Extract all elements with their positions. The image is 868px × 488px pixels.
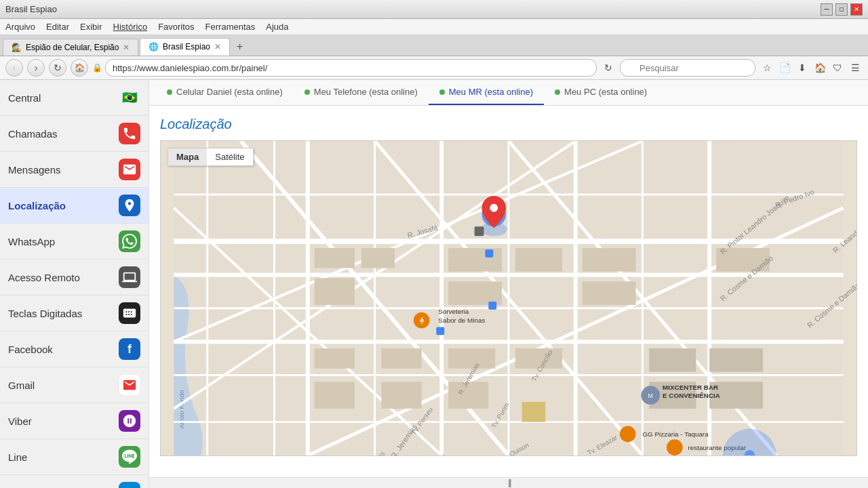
sidebar-item-teclas[interactable]: Teclas Digitadas <box>0 296 149 331</box>
tab-close-1[interactable]: ✕ <box>123 43 130 52</box>
map-svg: Arroio Fundo <box>161 141 856 455</box>
svg-rect-25 <box>315 248 355 268</box>
map-tab-mapa[interactable]: Mapa <box>168 148 207 165</box>
reload-icon[interactable]: ↻ <box>601 60 616 75</box>
svg-rect-34 <box>381 348 421 369</box>
url-bar[interactable] <box>105 59 597 77</box>
browser-window: Brasil Espiao ─ □ ✕ Arquivo Editar Exibi… <box>0 0 868 488</box>
download-icon[interactable]: ⬇ <box>795 60 810 75</box>
device-label-celular: Celular Daniel (esta online) <box>176 87 283 97</box>
svg-text:M: M <box>648 392 653 399</box>
svg-rect-31 <box>583 248 636 272</box>
svg-rect-42 <box>709 348 763 372</box>
new-tab-button[interactable]: + <box>231 38 248 56</box>
sidebar-label-line: Line <box>8 451 27 463</box>
sidebar-item-central[interactable]: Central 🇧🇷 <box>0 80 149 116</box>
svg-rect-41 <box>649 348 696 372</box>
sidebar-item-acesso-remoto[interactable]: Acesso Remoto <box>0 260 149 296</box>
sidebar-item-facebook[interactable]: Facebook f <box>0 331 149 367</box>
home-nav-icon[interactable]: 🏠 <box>812 60 827 75</box>
svg-rect-26 <box>315 278 355 304</box>
sidebar-icon-teclas <box>119 302 140 324</box>
tab-close-2[interactable]: ✕ <box>214 42 221 52</box>
sidebar-item-whatsapp[interactable]: WhatsApp <box>0 224 149 260</box>
map-container[interactable]: Mapa Satélite Arroio Fundo <box>160 140 857 456</box>
page-title: Localização <box>160 117 857 132</box>
sidebar-icon-chamadas <box>119 123 140 144</box>
reader-icon[interactable]: 📄 <box>777 60 792 75</box>
device-tab-telefone[interactable]: Meu Telefone (esta online) <box>294 80 429 105</box>
sidebar-label-facebook: Facebook <box>8 344 53 355</box>
svg-point-76 <box>667 439 683 455</box>
reload-button[interactable]: ↻ <box>49 59 66 77</box>
svg-rect-38 <box>315 382 355 408</box>
sidebar-label-chamadas: Chamadas <box>8 128 58 140</box>
sidebar-label-central: Central <box>8 92 41 104</box>
back-button[interactable]: ‹ <box>5 59 23 77</box>
nav-bar: ‹ › ↻ 🏠 🔒 ↻ ☆ 📄 ⬇ 🏠 🛡 ☰ <box>0 56 868 80</box>
menu-ferramentas[interactable]: Ferramentas <box>205 22 256 32</box>
close-button[interactable]: ✕ <box>850 3 863 16</box>
nav-icons: ☆ 📄 ⬇ 🏠 🛡 ☰ <box>760 60 863 75</box>
sidebar-icon-viber <box>119 410 140 432</box>
bookmark-icon[interactable]: ☆ <box>760 60 774 75</box>
device-tabs: Celular Daniel (esta online) Meu Telefon… <box>149 80 868 106</box>
home-button[interactable]: 🏠 <box>71 59 88 77</box>
menu-ajuda[interactable]: Ajuda <box>266 22 288 32</box>
sidebar-item-gmail[interactable]: Gmail <box>0 367 149 403</box>
map-tabs: Mapa Satélite <box>167 148 254 166</box>
menu-exibir[interactable]: Exibir <box>80 22 102 32</box>
svg-rect-39 <box>381 382 421 408</box>
sidebar-item-viber[interactable]: Viber <box>0 403 149 439</box>
sidebar-icon-gmail <box>119 374 140 396</box>
title-bar-label: Brasil Espiao <box>5 4 57 14</box>
svg-rect-32 <box>583 281 636 305</box>
sidebar-icon-mensagens <box>119 159 140 180</box>
maximize-button[interactable]: □ <box>835 3 848 16</box>
svg-rect-30 <box>515 248 562 272</box>
sidebar-label-acesso: Acesso Remoto <box>8 272 80 283</box>
sidebar-icon-line <box>119 446 140 468</box>
sidebar-label-localizacao: Localização <box>8 200 66 211</box>
title-bar: Brasil Espiao ─ □ ✕ <box>0 0 868 19</box>
tab-favicon-1: 🕵️ <box>12 43 22 52</box>
tab-bar: 🕵️ Espião de Celular, Espião d... ✕ 🌐 Br… <box>0 35 868 56</box>
forward-button[interactable]: › <box>27 59 45 77</box>
tab-espiaocelular[interactable]: 🕵️ Espião de Celular, Espião d... ✕ <box>3 39 138 56</box>
menu-icon[interactable]: ☰ <box>848 60 863 75</box>
svg-text:GG Pizzaria - Taquara: GG Pizzaria - Taquara <box>642 430 709 438</box>
menu-bar: Arquivo Editar Exibir Histórico Favorito… <box>0 19 868 35</box>
menu-favoritos[interactable]: Favoritos <box>158 22 194 32</box>
menu-historico[interactable]: Histórico <box>113 22 148 32</box>
sidebar-item-localizacao[interactable]: Localização <box>0 188 149 224</box>
svg-rect-45 <box>522 402 546 422</box>
sidebar-icon-localizacao <box>119 195 140 216</box>
search-input[interactable] <box>620 59 755 77</box>
shield-icon[interactable]: 🛡 <box>830 60 845 75</box>
svg-point-82 <box>490 204 498 212</box>
sidebar: Central 🇧🇷 Chamadas Mensagens Localizaçã… <box>0 80 149 488</box>
tab-brasilespi[interactable]: 🌐 Brasil Espiao ✕ <box>140 38 230 56</box>
svg-text:E CONVENIÊNCIA: E CONVENIÊNCIA <box>663 392 720 399</box>
menu-arquivo[interactable]: Arquivo <box>5 22 35 32</box>
sidebar-item-skype[interactable]: Skype S <box>0 475 149 488</box>
svg-rect-37 <box>315 348 355 369</box>
sidebar-icon-whatsapp <box>119 230 140 252</box>
sidebar-label-viber: Viber <box>8 415 32 427</box>
tab-favicon-2: 🌐 <box>149 42 159 52</box>
svg-rect-68 <box>485 249 493 258</box>
online-dot-mr <box>439 89 445 95</box>
sidebar-item-chamadas[interactable]: Chamadas <box>0 116 149 152</box>
sidebar-item-mensagens[interactable]: Mensagens <box>0 152 149 188</box>
menu-editar[interactable]: Editar <box>46 22 69 32</box>
sidebar-item-line[interactable]: Line <box>0 439 149 475</box>
device-tab-celular[interactable]: Celular Daniel (esta online) <box>156 80 294 105</box>
svg-rect-27 <box>361 248 395 268</box>
svg-rect-28 <box>448 248 502 272</box>
device-tab-pc[interactable]: Meu PC (esta online) <box>544 80 658 105</box>
map-tab-satelite[interactable]: Satélite <box>207 148 252 165</box>
horizontal-scrollbar[interactable]: ▐ <box>149 477 868 488</box>
device-label-pc: Meu PC (esta online) <box>564 87 647 97</box>
device-tab-mr[interactable]: Meu MR (esta online) <box>429 80 544 105</box>
minimize-button[interactable]: ─ <box>821 3 833 16</box>
